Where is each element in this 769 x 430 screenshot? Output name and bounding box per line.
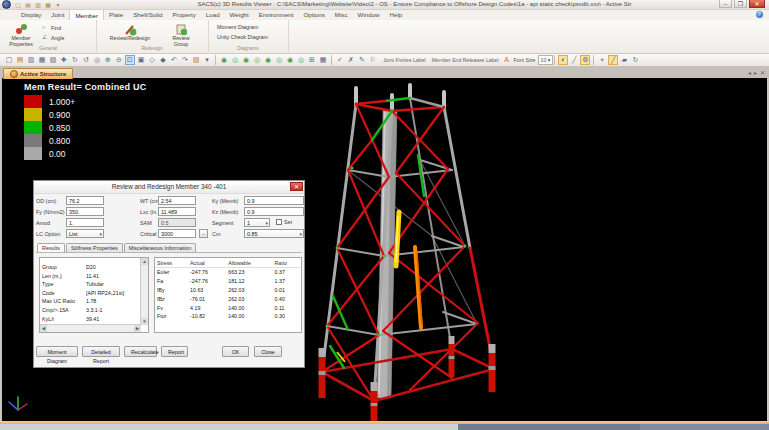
menu-tab-help[interactable]: Help — [385, 9, 408, 20]
ky-field[interactable] — [244, 196, 304, 205]
orbit-icon[interactable]: ↺ — [81, 55, 91, 65]
joint-fixities-label-button[interactable]: Joint Fixities Label — [380, 57, 429, 63]
measure-icon[interactable]: ⌖ — [597, 55, 607, 65]
od-field[interactable] — [66, 196, 104, 205]
open-icon[interactable]: ▤ — [15, 55, 25, 65]
unity-check-diagram-button[interactable]: Unity Check Diagram — [214, 33, 271, 41]
tab-close-icon[interactable]: ✕ — [760, 68, 765, 78]
reports-grid-icon[interactable]: ▦ — [318, 55, 328, 65]
menu-tab-joint[interactable]: Joint — [46, 9, 69, 20]
member-releases-icon[interactable]: ✗ — [346, 55, 356, 65]
qat-open-icon[interactable]: ▤ — [24, 1, 32, 9]
help-icon[interactable]: ? — [756, 11, 763, 18]
save-icon[interactable]: ▥ — [26, 55, 36, 65]
slice-plane-icon[interactable]: ╱ — [569, 55, 579, 65]
section-cut-icon[interactable]: ╱ — [608, 55, 618, 65]
pan-icon[interactable]: ✚ — [59, 55, 69, 65]
save-all-icon[interactable]: ▦ — [37, 55, 47, 65]
set-checkbox[interactable] — [276, 219, 282, 225]
shade-toggle-icon[interactable]: ▰ — [619, 55, 629, 65]
snapshot-icon[interactable]: ▨ — [191, 55, 201, 65]
center-view-icon[interactable]: ◎ — [92, 55, 102, 65]
refresh-view-icon[interactable]: ↻ — [630, 55, 640, 65]
menu-tab-shell-solid[interactable]: Shell/Solid — [128, 9, 167, 20]
bottom-view-icon[interactable]: ◉ — [241, 55, 251, 65]
menu-tab-weight[interactable]: Weight — [225, 9, 254, 20]
lxc-field[interactable] — [158, 207, 196, 216]
recalculate-button[interactable]: Recalculate — [124, 346, 157, 357]
new-model-icon[interactable]: ▢ — [4, 55, 14, 65]
member-end-releases-label-button[interactable]: Member End Releases Label — [429, 57, 502, 63]
kz-field[interactable] — [244, 207, 304, 216]
flag-labels-icon[interactable]: ⚐ — [368, 55, 378, 65]
menu-tab-options[interactable]: Options — [299, 9, 330, 20]
menu-tab-window[interactable]: Window — [353, 9, 385, 20]
qat-new-icon[interactable]: ▢ — [14, 1, 22, 9]
tab-scroll-right-icon[interactable]: ▸ — [754, 68, 757, 78]
wireframe-icon[interactable]: ◇ — [147, 55, 157, 65]
zoom-in-icon[interactable]: ⊕ — [103, 55, 113, 65]
front-view-icon[interactable]: ◎ — [252, 55, 262, 65]
amod-field[interactable] — [66, 218, 104, 227]
menu-tab-load[interactable]: Load — [201, 9, 225, 20]
zoom-out-icon[interactable]: ⊖ — [114, 55, 124, 65]
moment-diagram-dialog-button[interactable]: Moment Diagram — [36, 346, 78, 357]
joint-fixities-icon[interactable]: ✓ — [335, 55, 345, 65]
redo-icon[interactable]: ↷ — [180, 55, 190, 65]
minimize-button[interactable]: – — [719, 0, 732, 8]
right-view-icon[interactable]: ◉ — [285, 55, 295, 65]
print-icon[interactable]: ▧ — [48, 55, 58, 65]
back-view-icon[interactable]: ◉ — [263, 55, 273, 65]
iso-view-icon[interactable]: ◉ — [219, 55, 229, 65]
fy-field[interactable] — [66, 207, 104, 216]
wt-field[interactable] — [158, 196, 196, 205]
lc-option-select[interactable]: List▾ — [66, 229, 104, 238]
highlight-icon[interactable]: ◐ — [558, 55, 568, 65]
review-group-button[interactable]: Review Group — [164, 22, 198, 47]
dialog-close-button[interactable]: ✕ — [290, 182, 303, 191]
critical-lc-field[interactable] — [158, 229, 196, 238]
tab-scroll-left-icon[interactable]: ◂ — [748, 68, 751, 78]
labels-edit-icon[interactable]: ✎ — [357, 55, 367, 65]
menu-tab-plate[interactable]: Plate — [104, 9, 128, 20]
menu-tab-display[interactable]: Display — [16, 9, 46, 20]
perspective-view-icon[interactable]: ◎ — [296, 55, 306, 65]
close-button[interactable]: ✕ — [749, 0, 765, 8]
qat-save-icon[interactable]: ▥ — [34, 1, 42, 9]
zoom-window-icon[interactable]: ⊡ — [125, 55, 135, 65]
rotate-icon[interactable]: ↻ — [70, 55, 80, 65]
critical-lc-browse-button[interactable]: ... — [199, 229, 208, 238]
menu-tab-misc[interactable]: Misc — [330, 9, 353, 20]
member-properties-button[interactable]: Member Properties — [4, 22, 38, 47]
moment-diagram-button[interactable]: Moment Diagram — [214, 23, 261, 31]
cm-select[interactable]: 0.85▾ — [244, 229, 304, 238]
fit-view-icon[interactable]: ▣ — [136, 55, 146, 65]
qat-print-icon[interactable]: ▦ — [44, 1, 52, 9]
menu-tab-property[interactable]: Property — [167, 9, 200, 20]
sacs-logo-icon[interactable] — [2, 0, 11, 9]
tab-active-structure[interactable]: Active Structure — [3, 68, 73, 79]
report-button[interactable]: Report — [161, 346, 188, 357]
left-view-icon[interactable]: ◎ — [274, 55, 284, 65]
top-view-icon[interactable]: ◎ — [230, 55, 240, 65]
qat-more-icon[interactable]: ▾ — [54, 1, 62, 9]
find-button[interactable]: ⌕ Find — [42, 24, 61, 31]
more-file-tools-icon[interactable]: ▾ — [202, 55, 212, 65]
display-settings-icon[interactable]: ⚙ — [580, 55, 590, 65]
ok-button[interactable]: OK — [222, 346, 249, 357]
font-size-select[interactable]: 10 ▾ — [538, 55, 554, 65]
close-dialog-button[interactable]: Close — [254, 346, 282, 357]
angle-button[interactable]: ∠ Angle — [42, 34, 64, 41]
labels-table-icon[interactable]: ⊞ — [307, 55, 317, 65]
maximize-button[interactable]: ❐ — [734, 0, 747, 8]
horizontal-scrollbar[interactable]: ◀▶ — [40, 324, 141, 332]
review-redesign-button[interactable]: Review/Redesign — [104, 22, 156, 41]
menu-tab-environment[interactable]: Environment — [254, 9, 299, 20]
segment-select[interactable]: 1▾ — [244, 218, 270, 227]
dialog-title-bar[interactable]: Review and Redesign Member 340 -401 — [34, 181, 304, 194]
detailed-report-button[interactable]: Detailed Report — [82, 346, 120, 357]
menu-tab-member[interactable]: Member — [69, 9, 104, 20]
vertical-scrollbar[interactable]: ▲▼ — [140, 258, 148, 325]
undo-icon[interactable]: ↶ — [169, 55, 179, 65]
shaded-view-icon[interactable]: ◆ — [158, 55, 168, 65]
